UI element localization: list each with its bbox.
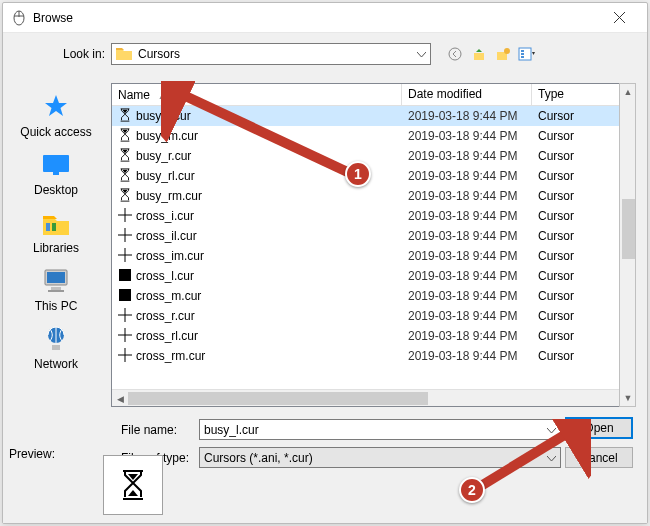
look-in-value: Cursors xyxy=(138,47,180,61)
browse-dialog: Browse Look in: Cursors xyxy=(2,2,648,524)
file-row[interactable]: busy_m.cur2019-03-18 9:44 PMCursor xyxy=(112,126,634,146)
file-name: cross_l.cur xyxy=(136,269,194,283)
svg-rect-14 xyxy=(53,172,59,175)
file-date: 2019-03-18 9:44 PM xyxy=(402,327,532,345)
file-row[interactable]: busy_rm.cur2019-03-18 9:44 PMCursor xyxy=(112,186,634,206)
svg-rect-13 xyxy=(43,155,69,172)
place-label: This PC xyxy=(16,299,96,313)
file-name: busy_m.cur xyxy=(136,129,198,143)
cross-icon xyxy=(118,228,132,245)
quick-access-icon xyxy=(40,91,72,123)
svg-rect-18 xyxy=(47,272,65,283)
file-name: cross_r.cur xyxy=(136,309,195,323)
look-in-dropdown[interactable]: Cursors xyxy=(111,43,431,65)
file-row[interactable]: cross_m.cur2019-03-18 9:44 PMCursor xyxy=(112,286,634,306)
open-button[interactable]: Open xyxy=(565,417,633,439)
up-one-level-button[interactable] xyxy=(469,44,489,64)
place-desktop[interactable]: Desktop xyxy=(16,149,96,197)
mouse-icon xyxy=(11,10,27,26)
libraries-icon xyxy=(40,207,72,239)
cross-icon xyxy=(118,348,132,365)
file-list[interactable]: Name Date modified Type busy_l.cur2019-0… xyxy=(111,83,635,407)
file-name: cross_m.cur xyxy=(136,289,201,303)
file-date: 2019-03-18 9:44 PM xyxy=(402,287,532,305)
file-date: 2019-03-18 9:44 PM xyxy=(402,347,532,365)
file-row[interactable]: cross_rl.cur2019-03-18 9:44 PMCursor xyxy=(112,326,634,346)
horizontal-scrollbar[interactable]: ◀ ▶ xyxy=(112,389,634,406)
scrollbar-thumb[interactable] xyxy=(128,392,428,405)
file-row[interactable]: cross_i.cur2019-03-18 9:44 PMCursor xyxy=(112,206,634,226)
file-date: 2019-03-18 9:44 PM xyxy=(402,147,532,165)
svg-rect-19 xyxy=(51,287,61,290)
chevron-down-icon xyxy=(547,451,556,465)
place-label: Network xyxy=(16,357,96,371)
place-libraries[interactable]: Libraries xyxy=(16,207,96,255)
file-row[interactable]: cross_il.cur2019-03-18 9:44 PMCursor xyxy=(112,226,634,246)
column-name-header[interactable]: Name xyxy=(112,84,402,105)
svg-rect-20 xyxy=(48,290,64,292)
file-name: cross_im.cur xyxy=(136,249,204,263)
place-network[interactable]: Network xyxy=(16,323,96,371)
scroll-left-icon[interactable]: ◀ xyxy=(112,390,128,407)
scroll-up-icon[interactable]: ▲ xyxy=(620,84,636,100)
close-button[interactable] xyxy=(599,4,639,32)
scrollbar-thumb[interactable] xyxy=(622,199,635,259)
cross-icon xyxy=(118,328,132,345)
file-row[interactable]: busy_rl.cur2019-03-18 9:44 PMCursor xyxy=(112,166,634,186)
svg-rect-22 xyxy=(52,345,60,350)
svg-rect-15 xyxy=(46,223,50,231)
file-name: busy_r.cur xyxy=(136,149,191,163)
svg-point-8 xyxy=(504,48,510,54)
svg-rect-29 xyxy=(119,269,131,281)
place-label: Quick access xyxy=(16,125,96,139)
file-date: 2019-03-18 9:44 PM xyxy=(402,127,532,145)
file-row[interactable]: cross_im.cur2019-03-18 9:44 PMCursor xyxy=(112,246,634,266)
hourglass-icon xyxy=(119,469,147,501)
file-row[interactable]: cross_rm.cur2019-03-18 9:44 PMCursor xyxy=(112,346,634,366)
cross-icon xyxy=(118,208,132,225)
titlebar[interactable]: Browse xyxy=(3,3,647,33)
svg-rect-11 xyxy=(521,53,524,55)
file-date: 2019-03-18 9:44 PM xyxy=(402,107,532,125)
desktop-icon xyxy=(40,149,72,181)
nav-toolbar xyxy=(445,44,537,64)
place-label: Desktop xyxy=(16,183,96,197)
vertical-scrollbar[interactable]: ▲ ▼ xyxy=(619,83,636,407)
scroll-down-icon[interactable]: ▼ xyxy=(620,390,636,406)
file-date: 2019-03-18 9:44 PM xyxy=(402,187,532,205)
file-name: cross_rl.cur xyxy=(136,329,198,343)
sort-ascending-icon xyxy=(154,88,165,102)
file-row[interactable]: busy_l.cur2019-03-18 9:44 PMCursor xyxy=(112,106,634,126)
new-folder-button[interactable] xyxy=(493,44,513,64)
folder-icon xyxy=(116,46,132,63)
hourglass-icon xyxy=(118,148,132,165)
this-pc-icon xyxy=(40,265,72,297)
file-name: busy_l.cur xyxy=(136,109,191,123)
solid-icon xyxy=(118,288,132,305)
view-menu-button[interactable] xyxy=(517,44,537,64)
svg-rect-30 xyxy=(119,289,131,301)
file-row[interactable]: cross_l.cur2019-03-18 9:44 PMCursor xyxy=(112,266,634,286)
column-date-header[interactable]: Date modified xyxy=(402,84,532,105)
file-date: 2019-03-18 9:44 PM xyxy=(402,267,532,285)
filetype-dropdown[interactable]: Cursors (*.ani, *.cur) xyxy=(199,447,561,468)
back-button[interactable] xyxy=(445,44,465,64)
svg-rect-9 xyxy=(519,48,531,60)
place-this-pc[interactable]: This PC xyxy=(16,265,96,313)
cross-icon xyxy=(118,308,132,325)
place-quick-access[interactable]: Quick access xyxy=(16,91,96,139)
filetype-value: Cursors (*.ani, *.cur) xyxy=(204,451,313,465)
column-headers: Name Date modified Type xyxy=(112,84,634,106)
file-date: 2019-03-18 9:44 PM xyxy=(402,307,532,325)
solid-icon xyxy=(118,268,132,285)
hourglass-icon xyxy=(118,128,132,145)
cancel-button[interactable]: Cancel xyxy=(565,447,633,468)
preview-box xyxy=(103,455,163,515)
file-row[interactable]: busy_r.cur2019-03-18 9:44 PMCursor xyxy=(112,146,634,166)
file-date: 2019-03-18 9:44 PM xyxy=(402,227,532,245)
file-name: busy_rl.cur xyxy=(136,169,195,183)
file-row[interactable]: cross_r.cur2019-03-18 9:44 PMCursor xyxy=(112,306,634,326)
file-name: busy_rm.cur xyxy=(136,189,202,203)
network-icon xyxy=(40,323,72,355)
filename-input[interactable]: busy_l.cur xyxy=(199,419,561,440)
